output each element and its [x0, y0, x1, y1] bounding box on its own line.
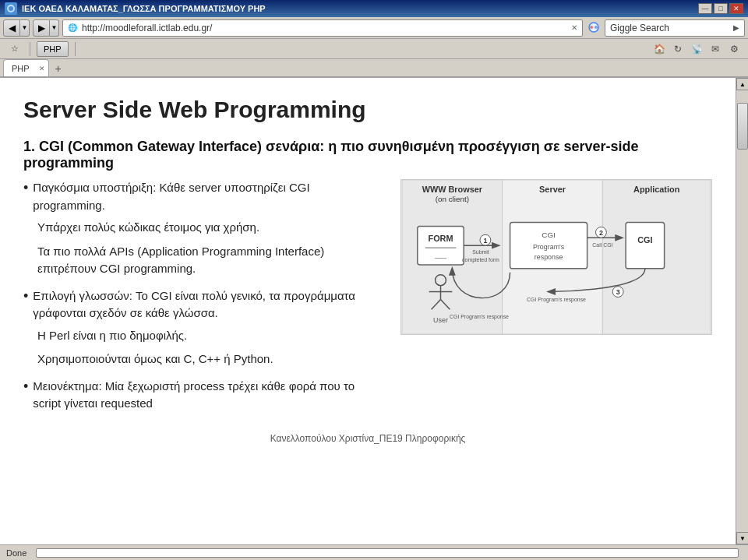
minimize-button[interactable]: — — [698, 3, 712, 14]
search-engine-icon — [586, 19, 603, 37]
scrollbar-thumb[interactable] — [737, 103, 748, 150]
svg-text:WWW Browser: WWW Browser — [422, 185, 483, 194]
toolbar-star-icon[interactable]: ☆ — [6, 44, 23, 54]
svg-text:CGI Program's response: CGI Program's response — [450, 314, 509, 320]
bullet-dot-0: • — [23, 179, 28, 197]
address-text: http://moodleforall.ictlab.edu.gr/ — [82, 23, 566, 33]
tab-bar: PHP ✕ + — [0, 59, 748, 78]
bullet-text-6: Μειονέκτημα: Μία ξεχωριστή process τρέχε… — [33, 378, 385, 413]
svg-text:Program's: Program's — [533, 243, 565, 251]
content-row: • Παγκόσμια υποστήριξη: Κάθε server υποσ… — [23, 179, 712, 417]
svg-text:Server: Server — [539, 185, 566, 194]
toolbar-bar: ☆ PHP 🏠 ↻ 📡 ✉ ⚙ — [0, 39, 748, 59]
svg-rect-12 — [418, 226, 464, 265]
title-bar-text: ΙΕΚ ΟΑΕΔ ΚΑΛΑΜΑΤΑΣ_ΓΛΩΣΣΑ ΠΡΟΓΡΑΜΜΑΤΙΣΜΟ… — [22, 4, 266, 13]
browser-icon — [5, 2, 17, 15]
rss-icon[interactable]: 📡 — [689, 41, 704, 57]
home-icon[interactable]: 🏠 — [651, 41, 667, 57]
search-section: Giggle Search ▶ — [586, 19, 745, 37]
svg-text:CGI: CGI — [542, 231, 556, 239]
php-toolbar-button[interactable]: PHP — [37, 41, 69, 57]
maximize-button[interactable]: □ — [714, 3, 728, 14]
svg-text:response: response — [535, 253, 563, 261]
address-bar[interactable]: 🌐 http://moodleforall.ictlab.edu.gr/ ✕ — [62, 19, 583, 37]
section-1: 1. CGI (Common Gateway Interface) σενάρι… — [23, 139, 712, 417]
content-text-5: Χρησιμοποιούνται όμως και C, C++ ή Pytho… — [37, 350, 385, 368]
svg-text:completed form: completed form — [462, 257, 499, 263]
bullet-item-0: • Παγκόσμια υποστήριξη: Κάθε server υποσ… — [23, 179, 385, 214]
svg-text:___: ___ — [434, 251, 447, 259]
svg-text:3: 3 — [616, 289, 620, 297]
title-bar-controls: — □ ✕ — [698, 3, 743, 14]
svg-point-4 — [595, 26, 598, 29]
toolbar-separator-2 — [75, 42, 76, 56]
status-done-text: Done — [6, 548, 26, 558]
navigation-bar: ◀ ▼ ▶ ▼ 🌐 http://moodleforall.ictlab.edu… — [0, 17, 748, 39]
address-clear-button[interactable]: ✕ — [571, 23, 577, 32]
bullet-text-3: Επιλογή γλωσσών: Το CGI είναι πολύ γενικ… — [33, 287, 385, 322]
forward-dropdown[interactable]: ▼ — [50, 19, 59, 37]
content-text-2: Τα πιο πολλά APIs (Application Programmi… — [37, 243, 385, 278]
forward-group: ▶ ▼ — [33, 19, 59, 37]
svg-text:1: 1 — [483, 237, 487, 245]
mail-icon[interactable]: ✉ — [707, 41, 723, 57]
title-bar-left: ΙΕΚ ΟΑΕΔ ΚΑΛΑΜΑΤΑΣ_ΓΛΩΣΣΑ ΠΡΟΓΡΑΜΜΑΤΙΣΜΟ… — [5, 2, 266, 15]
address-icon: 🌐 — [68, 23, 77, 32]
svg-text:2: 2 — [599, 229, 603, 237]
page-title: Server Side Web Programming — [23, 97, 712, 123]
back-forward-group: ◀ ▼ — [3, 19, 30, 37]
toolbar-separator — [30, 42, 30, 56]
browser-content: Server Side Web Programming 1. CGI (Comm… — [0, 78, 736, 544]
search-text: Giggle Search — [610, 23, 730, 33]
svg-text:Submit: Submit — [472, 249, 489, 255]
refresh-icon[interactable]: ↻ — [670, 41, 686, 57]
close-button[interactable]: ✕ — [729, 3, 743, 14]
toolbar-icons-group: 🏠 ↻ 📡 ✉ ⚙ — [651, 41, 742, 57]
bullet-dot-6: • — [23, 378, 28, 396]
bullet-text-0: Παγκόσμια υποστήριξη: Κάθε server υποστη… — [33, 179, 385, 214]
tab-close-button[interactable]: ✕ — [39, 65, 45, 72]
back-button[interactable]: ◀ — [3, 19, 20, 37]
back-dropdown[interactable]: ▼ — [20, 19, 30, 37]
content-text-1: Υπάρχει πολύς κώδικας έτοιμος για χρήση. — [37, 219, 385, 237]
search-go-button[interactable]: ▶ — [733, 23, 739, 32]
cgi-diagram: WWW Browser (on client) Server Applicati… — [400, 179, 712, 335]
svg-text:CGI: CGI — [637, 235, 652, 245]
svg-point-3 — [590, 26, 593, 29]
svg-rect-35 — [626, 222, 665, 268]
svg-text:CGI Program's response: CGI Program's response — [527, 297, 586, 303]
svg-text:FORM: FORM — [428, 234, 453, 243]
svg-text:(on client): (on client) — [436, 195, 469, 203]
new-tab-button[interactable]: + — [51, 61, 66, 76]
scrollbar-up-arrow[interactable]: ▲ — [736, 78, 748, 90]
svg-text:Call CGI: Call CGI — [592, 242, 612, 248]
bullet-item-3: • Επιλογή γλωσσών: Το CGI είναι πολύ γεν… — [23, 287, 385, 322]
bullet-item-6: • Μειονέκτημα: Μία ξεχωριστή process τρέ… — [23, 378, 385, 413]
scrollbar-down-arrow[interactable]: ▼ — [736, 532, 748, 544]
search-bar[interactable]: Giggle Search ▶ — [605, 19, 745, 37]
active-tab[interactable]: PHP ✕ — [3, 59, 49, 76]
content-text-4: Η Perl είναι η πιο δημοφιλής. — [37, 327, 385, 345]
status-progress-bar — [36, 548, 739, 558]
scrollbar[interactable]: ▲ ▼ — [736, 78, 748, 544]
status-bar: Done — [0, 544, 748, 560]
bullet-dot-3: • — [23, 287, 28, 305]
page-footer: Κανελλοπούλου Χριστίνα_ΠΕ19 Πληροφορικής — [23, 433, 712, 444]
section-1-heading: 1. CGI (Common Gateway Interface) σενάρι… — [23, 139, 712, 171]
forward-button[interactable]: ▶ — [33, 19, 50, 37]
tab-label: PHP — [12, 64, 30, 73]
settings-icon[interactable]: ⚙ — [726, 41, 742, 57]
svg-point-1 — [9, 6, 13, 11]
title-bar: ΙΕΚ ΟΑΕΔ ΚΑΛΑΜΑΤΑΣ_ΓΛΩΣΣΑ ΠΡΟΓΡΑΜΜΑΤΙΣΜΟ… — [0, 0, 748, 17]
svg-text:User: User — [433, 316, 448, 324]
content-left: • Παγκόσμια υποστήριξη: Κάθε server υποσ… — [23, 179, 385, 417]
svg-text:Application: Application — [633, 185, 679, 194]
